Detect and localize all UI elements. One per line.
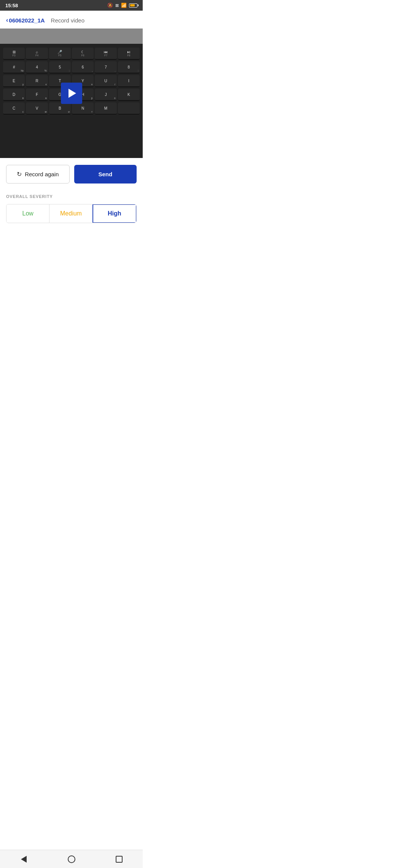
battery-icon [129, 3, 137, 8]
send-label: Send [98, 171, 112, 177]
kb-key: #№ [3, 61, 25, 73]
kb-key: Eу [3, 75, 25, 87]
kb-key: ⊞F3 [3, 48, 25, 60]
video-thumbnail[interactable]: ⊞F3 ⌕F4 🎤F5 ☾F6 ⏮F7 ⏯F8 [0, 29, 143, 158]
kb-key: ⏯F8 [118, 48, 140, 60]
severity-medium-label: Medium [60, 210, 82, 217]
kb-key: M [95, 102, 116, 115]
severity-high-label: High [108, 210, 121, 217]
action-buttons: ↻ Record again Send [0, 158, 143, 190]
play-button[interactable] [61, 83, 82, 104]
kb-key: ⏮F7 [95, 48, 116, 60]
kb-key [118, 102, 140, 115]
kb-key: Uг [95, 75, 116, 87]
severity-section-label: OVERALL SEVERITY [6, 194, 137, 199]
keyboard-visual: ⊞F3 ⌕F4 🎤F5 ☾F6 ⏮F7 ⏯F8 [0, 44, 143, 118]
severity-selector: Low Medium High [6, 204, 137, 223]
record-again-button[interactable]: ↻ Record again [6, 165, 70, 183]
kb-key: Jо [95, 89, 116, 101]
kb-key: Nт [72, 102, 94, 115]
status-time: 15:58 [5, 3, 18, 8]
kb-key: I [118, 75, 140, 87]
kb-key: Vм [26, 102, 48, 115]
status-icons: 🔕 ⊠ 📶 [107, 3, 137, 8]
kb-row-fn: ⊞F3 ⌕F4 🎤F5 ☾F6 ⏮F7 ⏯F8 [2, 47, 141, 61]
kb-key: Bи [49, 102, 71, 115]
severity-low-label: Low [22, 210, 33, 217]
severity-section: OVERALL SEVERITY Low Medium High [0, 190, 143, 232]
kb-key: ☾F6 [72, 48, 94, 60]
severity-high-button[interactable]: High [92, 204, 137, 223]
refresh-icon: ↻ [17, 171, 22, 178]
kb-top-bar [0, 29, 143, 44]
kb-key: Fа [26, 89, 48, 101]
kb-key: 8: [118, 61, 140, 73]
kb-key: 🎤F5 [49, 48, 71, 60]
kb-key: 6, [72, 61, 94, 73]
kb-key: 5: [49, 61, 71, 73]
status-bar: 15:58 🔕 ⊠ 📶 [0, 0, 143, 11]
severity-low-button[interactable]: Low [6, 204, 49, 223]
kb-key: Dв [3, 89, 25, 101]
bell-mute-icon: 🔕 [107, 3, 113, 8]
kb-key: 4% [26, 61, 48, 73]
kb-row-numbers: #№ 4% 5: 6, 7. 8: [2, 61, 141, 74]
kb-key: Cс [3, 102, 25, 115]
header-document-id: 06062022_1A [9, 17, 45, 24]
kb-key: K [118, 89, 140, 101]
header-subtitle: Record video [51, 17, 84, 24]
record-again-label: Record again [25, 171, 59, 177]
back-chevron-icon: ‹ [6, 17, 8, 24]
wifi-icon: 📶 [121, 3, 127, 8]
play-icon [68, 89, 76, 98]
kb-key: 7. [95, 61, 116, 73]
send-button[interactable]: Send [74, 165, 137, 183]
sim-icon: ⊠ [115, 3, 119, 8]
header: ‹ 06062022_1A Record video [0, 11, 143, 29]
kb-key: Rк [26, 75, 48, 87]
severity-medium-button[interactable]: Medium [49, 204, 92, 223]
kb-key: ⌕F4 [26, 48, 48, 60]
back-button[interactable]: ‹ 06062022_1A [6, 17, 45, 24]
